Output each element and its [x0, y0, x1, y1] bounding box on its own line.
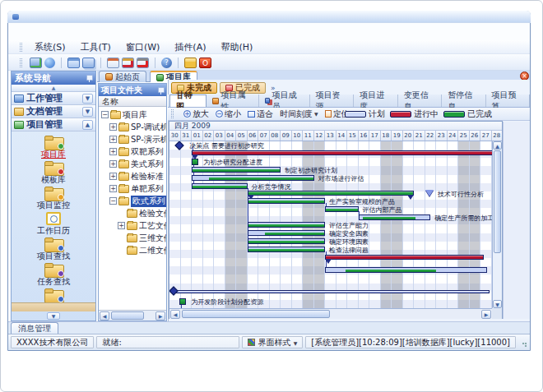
tree-node-美式系列[interactable]: +美式系列 — [109, 158, 164, 170]
gantt-tab-项目预算[interactable]: 项目预算 — [486, 95, 530, 107]
task-bar[interactable] — [248, 238, 326, 244]
task-start-icon[interactable] — [179, 298, 186, 305]
tree-node-三维文件[interactable]: 三维文件 — [118, 232, 166, 244]
title-bar[interactable] — [7, 11, 531, 23]
tree-node-检验标准[interactable]: +检验标准 — [109, 170, 164, 182]
scroll-down-icon[interactable]: ▼ — [493, 300, 502, 308]
tree-node-单靶系列[interactable]: +单靶系列 — [109, 182, 164, 195]
tree-node-二维文件[interactable]: 二维文件 — [118, 244, 166, 256]
tool-缩小[interactable]: −缩小 — [212, 108, 244, 120]
gantt-tab-项目资源[interactable]: 项目资源 — [310, 95, 354, 107]
tab-message-management[interactable]: 消息管理 — [11, 322, 58, 334]
schedule-del-icon[interactable] — [137, 58, 149, 68]
scroll-right-icon[interactable]: ▶ — [155, 311, 165, 321]
menu-grip[interactable] — [20, 43, 22, 52]
nav-group-项目管理[interactable]: 项目管理▲ — [12, 118, 95, 131]
gantt-tab-项目成员[interactable]: 项目成员 — [259, 95, 310, 107]
schedule-alert-icon[interactable] — [122, 58, 134, 68]
menu-item[interactable]: 系统(S) — [27, 41, 73, 53]
nav-items[interactable]: 项目库模板库项目监控工作日历项目查找任务查找项目文档查找 — [12, 131, 95, 302]
tab-起始页[interactable]: 起始页 — [99, 71, 146, 82]
gantt-tab-变更信息[interactable]: 变更信息 — [398, 95, 442, 107]
tree-node-SP-演示机系[interactable]: +SP-演示机系 — [109, 133, 166, 145]
gantt-plot-area[interactable]: 决策点 需要进行初步研究为初步研究分配进度制定初步研究计划对市场进行评估分析竞争… — [169, 141, 502, 308]
sidebar-item-工作日历[interactable]: 工作日历 — [14, 212, 93, 238]
expand-icon[interactable]: + — [109, 160, 117, 168]
task-bar[interactable] — [325, 206, 359, 212]
task-bar[interactable] — [192, 167, 281, 173]
system-icon[interactable] — [30, 58, 42, 68]
collapse-icon[interactable]: − — [109, 197, 117, 205]
summary-bar[interactable] — [325, 255, 484, 260]
schedule-icon[interactable] — [107, 58, 119, 68]
tree-node-工艺文件[interactable]: +工艺文件 — [118, 219, 166, 232]
tool-时间刻度[interactable]: 时间刻度▼ — [276, 108, 322, 120]
menu-item[interactable]: 插件(A) — [167, 41, 213, 53]
task-bar[interactable] — [192, 183, 248, 189]
expand-icon[interactable]: + — [118, 222, 125, 229]
sidebar-item-项目库[interactable]: 项目库 — [14, 136, 93, 161]
scroll-thumb[interactable] — [494, 150, 501, 253]
tool-适合[interactable]: 适合 — [244, 108, 276, 120]
milestone-triangle[interactable] — [425, 190, 434, 196]
tree-node-检验文件[interactable]: 检验文件 — [118, 207, 166, 219]
nav-scroll-up-button[interactable]: ▲ — [12, 85, 95, 92]
resize-grip[interactable] — [520, 338, 527, 348]
summary-bar[interactable] — [192, 150, 500, 155]
expand-icon[interactable]: + — [109, 123, 117, 131]
gantt-tab-项目属性[interactable]: 项目属性 — [207, 95, 259, 107]
sidebar-item-项目文档查找[interactable]: 项目文档查找 — [14, 288, 93, 302]
task-bar[interactable] — [248, 222, 326, 228]
task-bar[interactable] — [192, 175, 314, 181]
internet-icon[interactable] — [44, 58, 55, 68]
scroll-left-icon[interactable]: ◀ — [100, 311, 109, 321]
task-bar[interactable] — [325, 267, 487, 273]
sidebar-item-项目查找[interactable]: 项目查找 — [14, 238, 93, 263]
scroll-right-icon[interactable]: ▶ — [481, 310, 491, 319]
window-cascade-icon[interactable] — [82, 58, 95, 68]
summary-bar[interactable] — [248, 191, 415, 196]
tree-node-双靶系列[interactable]: +双靶系列 — [109, 145, 164, 158]
nav-collapsed-group[interactable] — [12, 302, 95, 311]
menu-item[interactable]: 工具(T) — [73, 41, 118, 53]
help-icon[interactable]: ? — [161, 58, 172, 68]
pushpin-icon[interactable] — [86, 75, 92, 81]
gantt-toolbar-grip[interactable] — [171, 109, 174, 118]
menu-item[interactable]: 帮助(H) — [213, 41, 260, 53]
sidebar-item-任务查找[interactable]: 任务查找 — [14, 263, 93, 288]
exit-icon[interactable]: O — [199, 58, 211, 68]
toolbar-grip[interactable] — [20, 58, 22, 67]
pushpin-icon[interactable] — [157, 87, 164, 94]
gantt-h-scrollbar[interactable]: ◀ ▶ — [169, 308, 492, 319]
summary-line-bar[interactable] — [174, 290, 489, 293]
chevron-down-icon[interactable]: ▼ — [82, 94, 93, 104]
gantt-tab-暂停信息[interactable]: 暂停信息 — [442, 95, 485, 107]
sidebar-item-模板库[interactable]: 模板库 — [14, 161, 93, 187]
tree-h-scrollbar[interactable]: ◀ ▶ — [99, 310, 166, 321]
chevron-down-icon[interactable]: ▼ — [47, 312, 60, 320]
expand-icon[interactable]: + — [109, 148, 117, 155]
expand-icon[interactable]: + — [109, 185, 117, 192]
tree-node-项目库[interactable]: −项目库 — [101, 108, 147, 121]
tool-放大[interactable]: +放大 — [180, 108, 212, 120]
expand-icon[interactable]: + — [109, 136, 117, 143]
gantt-tab-项目进度[interactable]: 项目进度 — [354, 95, 397, 107]
task-bar[interactable] — [248, 198, 326, 204]
window-new-icon[interactable] — [67, 58, 80, 68]
tree-node-欧式系列[interactable]: −欧式系列 — [109, 195, 166, 207]
scroll-up-icon[interactable]: ▲ — [493, 141, 502, 150]
scroll-thumb[interactable] — [182, 310, 330, 318]
lock-icon[interactable] — [184, 58, 197, 68]
chevron-up-icon[interactable]: ▲ — [82, 120, 93, 130]
nav-group-文档管理[interactable]: 文档管理▼ — [12, 105, 95, 118]
tree-column-header[interactable]: 名称 — [99, 96, 166, 107]
task-bar[interactable] — [359, 214, 431, 220]
expand-icon[interactable]: + — [109, 173, 117, 180]
tree-node-SP-调试机系[interactable]: +SP-调试机系 — [109, 121, 166, 133]
menu-item[interactable]: 窗口(W) — [118, 41, 167, 53]
gantt-v-scrollbar[interactable]: ▲▼ — [492, 141, 502, 308]
scroll-left-icon[interactable]: ◀ — [170, 310, 180, 319]
task-start-icon[interactable] — [192, 159, 198, 165]
chevron-down-icon[interactable]: ▼ — [82, 107, 93, 117]
nav-group-工作管理[interactable]: 工作管理▼ — [12, 92, 95, 105]
